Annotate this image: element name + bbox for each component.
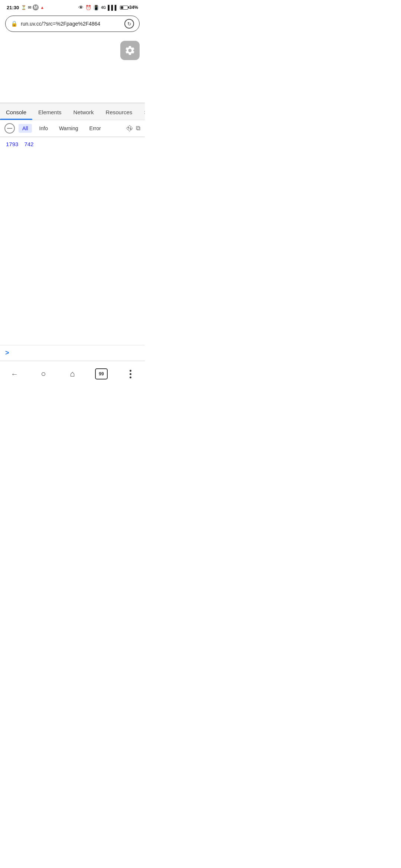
battery-indicator: 34% — [120, 5, 138, 10]
url-text[interactable]: run.uv.cc/?src=%2Fpage%2F4864 — [21, 21, 121, 27]
console-log-area — [0, 160, 145, 345]
circle-m-icon: M — [33, 4, 39, 10]
filter-info-button[interactable]: Info — [36, 124, 52, 133]
toolbar-actions: ⛗ ⧉ — [126, 125, 140, 132]
count-2: 742 — [24, 141, 33, 147]
address-bar[interactable]: 🔒 run.uv.cc/?src=%2Fpage%2F4864 ↻ — [5, 16, 140, 32]
menu-button[interactable] — [121, 366, 140, 381]
chevron-right-icon: > — [5, 349, 9, 357]
alarm-icon: ⏰ — [85, 5, 91, 10]
home-button[interactable]: ⌂ — [63, 366, 82, 381]
webpage-content — [0, 36, 145, 102]
tab-sources[interactable]: Sources — [138, 104, 145, 120]
back-button[interactable]: ← — [5, 366, 24, 381]
status-notification-icons: ⏳ ✉ M ▲ — [21, 4, 44, 10]
search-button[interactable]: ○ — [34, 366, 53, 381]
dot-1 — [130, 370, 131, 372]
reload-icon-symbol: ↻ — [127, 22, 131, 26]
status-right-area: 👁 ⏰ 📳 4G ▌▌▌ 34% — [78, 4, 138, 10]
filter-error-button[interactable]: Error — [86, 124, 105, 133]
clock-time: 21:30 — [7, 5, 19, 10]
console-toolbar: All Info Warning Error ⛗ ⧉ — [0, 120, 145, 137]
battery-percent: 34% — [129, 5, 138, 10]
gear-icon — [124, 45, 136, 56]
devtools-tab-bar: Console Elements Network Resources Sourc… — [0, 104, 145, 120]
tabs-button[interactable]: 99 — [92, 366, 111, 381]
filter-icon[interactable]: ⛗ — [126, 125, 133, 132]
filter-warning-button[interactable]: Warning — [55, 124, 82, 133]
reload-button[interactable]: ↻ — [124, 19, 134, 29]
alert-icon: ▲ — [40, 5, 44, 10]
message-icon: ✉ — [28, 5, 31, 10]
filter-all-button[interactable]: All — [19, 124, 32, 133]
menu-dots-icon — [130, 370, 131, 378]
search-icon: ○ — [41, 369, 46, 379]
console-counts: 1793 742 — [6, 141, 139, 147]
status-bar: 21:30 ⏳ ✉ M ▲ 👁 ⏰ 📳 4G ▌▌▌ 34% — [0, 0, 145, 13]
home-icon: ⌂ — [70, 369, 75, 379]
tab-elements[interactable]: Elements — [32, 104, 68, 120]
hourglass-icon: ⏳ — [21, 5, 26, 10]
signal-4g-icon: 4G — [101, 6, 106, 10]
eye-icon: 👁 — [78, 4, 84, 10]
battery-bar — [120, 6, 128, 10]
tabs-count-text: 99 — [99, 371, 104, 377]
tab-console[interactable]: Console — [0, 104, 32, 120]
tab-network[interactable]: Network — [68, 104, 100, 120]
tabs-count-badge: 99 — [95, 368, 108, 379]
no-entry-line — [7, 128, 12, 129]
lock-icon: 🔒 — [11, 20, 18, 27]
battery-fill — [121, 6, 123, 9]
console-content-area: 1793 742 — [0, 137, 145, 160]
vibrate-icon: 📳 — [93, 5, 99, 10]
status-time-area: 21:30 ⏳ ✉ M ▲ — [7, 4, 44, 10]
copy-icon[interactable]: ⧉ — [136, 125, 140, 132]
console-input[interactable] — [13, 350, 140, 356]
signal-bars-icon: ▌▌▌ — [108, 5, 118, 10]
gear-settings-button[interactable] — [120, 41, 140, 60]
dot-2 — [130, 373, 131, 375]
bottom-navigation: ← ○ ⌂ 99 — [0, 361, 145, 389]
count-1: 1793 — [6, 141, 18, 147]
dot-3 — [130, 377, 131, 378]
clear-console-button[interactable] — [4, 123, 15, 134]
tab-resources[interactable]: Resources — [100, 104, 138, 120]
address-bar-row: 🔒 run.uv.cc/?src=%2Fpage%2F4864 ↻ — [0, 13, 145, 36]
back-icon: ← — [11, 370, 18, 378]
console-input-row: > — [0, 345, 145, 361]
